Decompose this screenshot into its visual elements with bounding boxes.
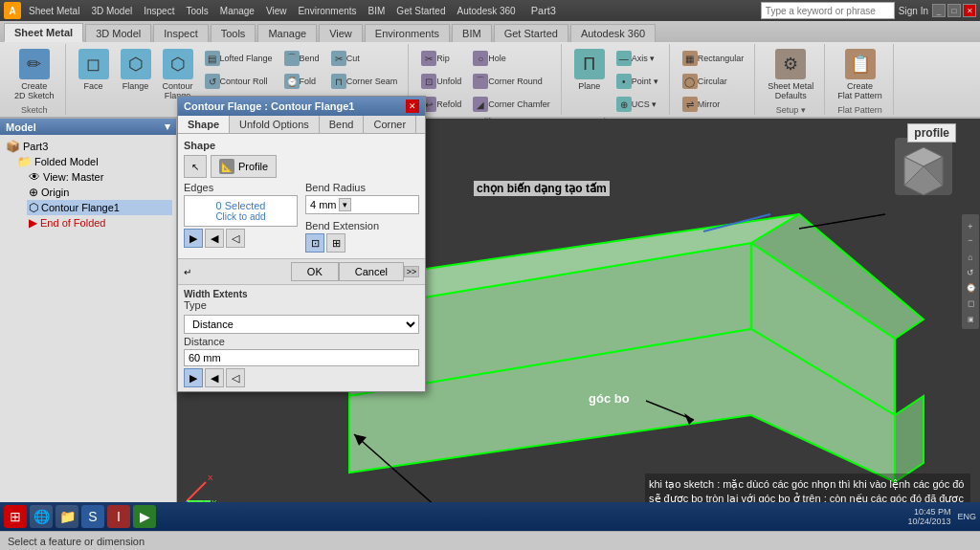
- tab-3d-model[interactable]: 3D Model: [85, 24, 151, 42]
- close-button[interactable]: ✕: [963, 4, 976, 17]
- taskbar-clock: 10:45 PM 10/24/2013: [907, 507, 950, 526]
- corner-seam-button[interactable]: ⊓ Corner Seam: [326, 71, 403, 92]
- bend-ext-btn-1[interactable]: ⊡: [305, 233, 324, 253]
- ribbon-group-setup: ⚙ Sheet MetalDefaults Setup ▾: [757, 44, 825, 115]
- mirror-button[interactable]: ⇌ Mirror: [678, 94, 749, 115]
- circular-button[interactable]: ◯ Circular: [678, 71, 749, 92]
- flange-button[interactable]: ⬡ Flange: [116, 46, 156, 94]
- bend-button[interactable]: ⌒ Bend: [279, 48, 324, 69]
- lofted-flange-button[interactable]: ▤ Lofted Flange: [200, 48, 278, 69]
- dialog-tab-bend[interactable]: Bend: [320, 116, 365, 133]
- model-panel-title: Model: [6, 121, 36, 133]
- taskbar-start[interactable]: ⊞: [4, 505, 27, 528]
- dialog-close-button[interactable]: ✕: [406, 99, 419, 113]
- type-select[interactable]: Distance Width Offset: [184, 315, 419, 334]
- tree-item-end-of-folded[interactable]: ▶ End of Folded: [27, 215, 172, 231]
- cancel-button[interactable]: Cancel: [339, 262, 404, 281]
- dialog-tab-corner[interactable]: Corner: [364, 116, 416, 133]
- dist-btn-1[interactable]: ▶: [184, 368, 203, 387]
- bend-ext-btn-2[interactable]: ⊞: [326, 233, 345, 253]
- menu-inspect[interactable]: Inspect: [140, 5, 178, 17]
- minimize-button[interactable]: _: [932, 4, 946, 17]
- tab-bim[interactable]: BIM: [452, 24, 492, 42]
- menu-bim[interactable]: BIM: [365, 5, 390, 17]
- sign-in-button[interactable]: Sign In: [899, 6, 928, 16]
- corner-round-button[interactable]: ⌒ Corner Round: [468, 71, 555, 92]
- sheet-metal-defaults-button[interactable]: ⚙ Sheet MetalDefaults: [763, 46, 818, 103]
- hole-button[interactable]: ○ Hole: [468, 48, 555, 69]
- modify-buttons2: ○ Hole ⌒ Corner Round ◢ Corner Chamfer: [468, 46, 555, 115]
- view-master-icon: 👁: [29, 170, 40, 184]
- rectangular-button[interactable]: ▦ Rectangular: [678, 48, 749, 69]
- face-button[interactable]: ◻ Face: [74, 46, 114, 94]
- tree-item-folded-model[interactable]: 📁 Folded Model: [15, 154, 172, 169]
- svg-marker-10: [684, 413, 694, 425]
- point-button[interactable]: • Point ▾: [612, 71, 663, 92]
- unfold-button[interactable]: ⊡ Unfold: [416, 71, 466, 92]
- contour-roll-button[interactable]: ↺ Contour Roll: [200, 71, 278, 92]
- dialog-tab-bar: Shape Unfold Options Bend Corner: [178, 116, 425, 134]
- click-to-add[interactable]: Click to add: [192, 211, 289, 222]
- rip-button[interactable]: ✂ Rip: [416, 48, 466, 69]
- taskbar-browser[interactable]: 🌐: [30, 505, 53, 528]
- collapse-arrow[interactable]: >>: [404, 266, 419, 277]
- svg-line-9: [646, 401, 694, 420]
- distance-field[interactable]: 60 mm: [184, 349, 419, 366]
- dist-btn-3[interactable]: ◁: [226, 368, 245, 387]
- tab-get-started[interactable]: Get Started: [494, 24, 568, 42]
- cut-button[interactable]: ✂ Cut: [326, 48, 403, 69]
- tab-autodesk360[interactable]: Autodesk 360: [570, 24, 656, 42]
- contour-flange-icon: ⬡: [163, 49, 193, 79]
- ucs-button[interactable]: ⊕ UCS ▾: [612, 94, 663, 115]
- tab-view[interactable]: View: [319, 24, 363, 42]
- bend-radius-field[interactable]: 4 mm ▾: [305, 195, 419, 214]
- dialog-tab-shape[interactable]: Shape: [178, 116, 230, 133]
- dist-btn-2[interactable]: ◀: [205, 368, 224, 387]
- edge-btn-3[interactable]: ◁: [226, 229, 245, 248]
- setup-group-label: Setup ▾: [776, 103, 806, 115]
- taskbar-item4[interactable]: I: [107, 505, 130, 528]
- taskbar-item3[interactable]: S: [81, 505, 104, 528]
- dialog-tab-unfold[interactable]: Unfold Options: [230, 116, 320, 133]
- profile-button[interactable]: 📐 Profile: [211, 155, 277, 178]
- menu-tools[interactable]: Tools: [182, 5, 212, 17]
- tree-item-view-master[interactable]: 👁 View: Master: [27, 169, 172, 185]
- search-box[interactable]: [761, 2, 895, 19]
- plane-button[interactable]: Π Plane: [569, 46, 610, 94]
- fold-button[interactable]: ⌚ Fold: [279, 71, 324, 92]
- menu-manage[interactable]: Manage: [216, 5, 258, 17]
- pattern-items: ▦ Rectangular ◯ Circular ⇌ Mirror: [678, 46, 749, 115]
- create-flat-pattern-button[interactable]: 📋 CreateFlat Pattern: [833, 46, 887, 103]
- menu-view[interactable]: View: [262, 5, 291, 17]
- taskbar-item5[interactable]: ▶: [133, 505, 156, 528]
- menu-3d-model[interactable]: 3D Model: [87, 5, 136, 17]
- tab-inspect[interactable]: Inspect: [153, 24, 208, 42]
- axis-button[interactable]: — Axis ▾: [612, 48, 663, 69]
- edge-btn-1[interactable]: ▶: [184, 229, 203, 248]
- maximize-button[interactable]: □: [947, 4, 961, 17]
- tab-sheet-metal[interactable]: Sheet Metal: [4, 23, 83, 42]
- search-input[interactable]: [766, 6, 880, 16]
- bend-radius-arrow[interactable]: ▾: [339, 198, 351, 211]
- taskbar-folder[interactable]: 📁: [56, 505, 78, 528]
- menu-environments[interactable]: Environments: [294, 5, 360, 17]
- tree-item-contour-flange[interactable]: ⬡ Contour Flange1: [27, 200, 172, 215]
- svg-rect-13: [895, 138, 952, 195]
- tab-manage[interactable]: Manage: [257, 24, 317, 42]
- tab-environments[interactable]: Environments: [365, 24, 450, 42]
- ok-button[interactable]: OK: [291, 262, 339, 281]
- back-btn[interactable]: ↵: [184, 267, 191, 277]
- menu-get-started[interactable]: Get Started: [392, 5, 449, 17]
- tree-item-origin[interactable]: ⊕ Origin: [27, 185, 172, 200]
- taskbar: ⊞ 🌐 📁 S I ▶ 10:45 PM 10/24/2013 ENG: [0, 502, 980, 531]
- tab-tools[interactable]: Tools: [211, 24, 256, 42]
- corner-chamfer-button[interactable]: ◢ Corner Chamfer: [468, 94, 555, 115]
- menu-autodesk360[interactable]: Autodesk 360: [454, 5, 520, 17]
- edge-btn-2[interactable]: ◀: [205, 229, 224, 248]
- tree-item-part[interactable]: 📦 Part3: [4, 139, 172, 154]
- svg-marker-12: [354, 434, 367, 446]
- contour-flange-button[interactable]: ⬡ ContourFlange: [158, 46, 198, 103]
- create-2d-sketch-button[interactable]: ✏ Create2D Sketch: [10, 46, 59, 103]
- menu-sheet-metal[interactable]: Sheet Metal: [25, 5, 83, 17]
- cursor-icon[interactable]: ↖: [184, 155, 207, 178]
